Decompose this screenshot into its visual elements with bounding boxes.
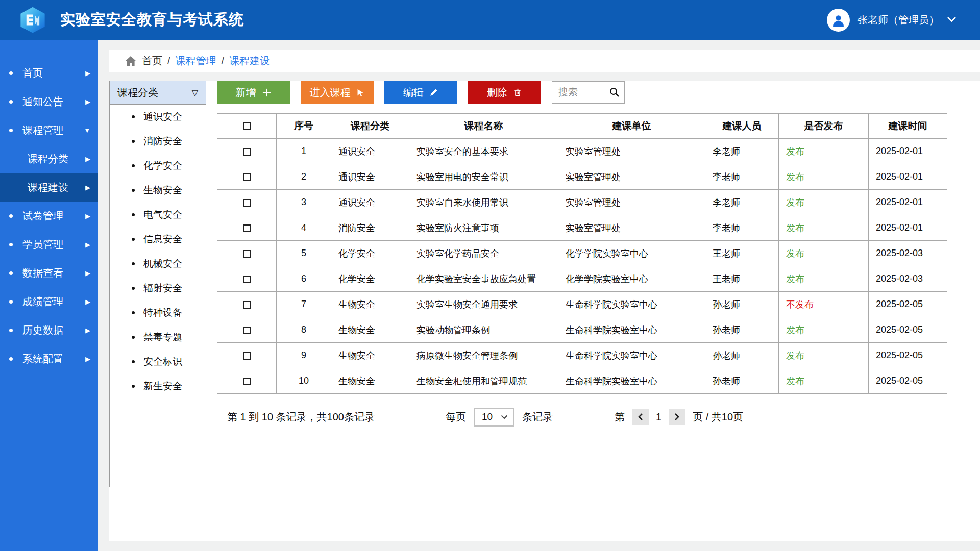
sidebar-item[interactable]: 历史数据▶ <box>0 316 98 344</box>
category-item[interactable]: 消防安全 <box>110 129 206 154</box>
cell-checkbox <box>217 266 277 292</box>
category-item-label: 电气安全 <box>143 208 182 221</box>
cell-unit: 化学学院实验室中心 <box>558 241 705 266</box>
cell-name: 化学实验室安全事故应急处置 <box>409 266 558 292</box>
category-item-label: 通识安全 <box>143 110 182 123</box>
category-item[interactable]: 特种设备 <box>110 300 206 325</box>
chevron-down-icon <box>501 415 508 419</box>
table-row: 3通识安全实验室自来水使用常识实验室管理处李老师发布2025-02-01 <box>217 190 947 215</box>
row-checkbox[interactable] <box>243 327 251 334</box>
sidebar-item[interactable]: 试卷管理▶ <box>0 202 98 230</box>
row-checkbox[interactable] <box>243 173 251 181</box>
category-item[interactable]: 信息安全 <box>110 227 206 252</box>
sidebar-item[interactable]: 学员管理▶ <box>0 230 98 259</box>
cell-category: 生物安全 <box>331 368 409 394</box>
edit-button-label: 编辑 <box>403 86 424 99</box>
column-header-date: 建课时间 <box>869 114 947 139</box>
row-checkbox[interactable] <box>243 224 251 232</box>
cell-unit: 生命科学院实验室中心 <box>558 317 705 343</box>
bullet-icon <box>132 336 135 339</box>
breadcrumb-home[interactable]: 首页 <box>142 54 162 68</box>
cell-checkbox <box>217 241 277 266</box>
sidebar-item-label: 学员管理 <box>22 238 63 252</box>
prev-page-button[interactable] <box>632 409 649 425</box>
cell-date: 2025-02-01 <box>869 139 947 164</box>
home-icon <box>125 56 137 67</box>
cell-checkbox <box>217 215 277 241</box>
row-checkbox[interactable] <box>243 276 251 283</box>
chevron-right-icon: ▶ <box>85 212 90 220</box>
select-all-checkbox[interactable] <box>243 122 251 130</box>
cell-status: 发布 <box>779 139 869 164</box>
category-item[interactable]: 辐射安全 <box>110 276 206 300</box>
cell-seq: 3 <box>277 190 331 215</box>
cell-seq: 7 <box>277 292 331 317</box>
table-row: 10生物安全生物安全柜使用和管理规范生命科学院实验室中心孙老师发布2025-02… <box>217 368 947 394</box>
cell-category: 生物安全 <box>331 292 409 317</box>
category-item[interactable]: 机械安全 <box>110 252 206 276</box>
table-row: 4消防安全实验室防火注意事项实验室管理处李老师发布2025-02-01 <box>217 215 947 241</box>
cell-category: 生物安全 <box>331 317 409 343</box>
category-panel-header[interactable]: 课程分类 ▽ <box>110 81 206 105</box>
edit-button[interactable]: 编辑 <box>384 81 457 104</box>
category-item-label: 消防安全 <box>143 135 182 148</box>
category-item[interactable]: 新生安全 <box>110 374 206 398</box>
search-input[interactable] <box>552 81 625 104</box>
column-header-status: 是否发布 <box>779 114 869 139</box>
category-item[interactable]: 化学安全 <box>110 154 206 178</box>
cell-unit: 化学学院实验室中心 <box>558 266 705 292</box>
avatar <box>827 9 850 32</box>
column-header-unit: 建课单位 <box>558 114 705 139</box>
bullet-icon <box>132 385 135 388</box>
category-item[interactable]: 生物安全 <box>110 178 206 203</box>
cell-seq: 5 <box>277 241 331 266</box>
row-checkbox[interactable] <box>243 199 251 207</box>
bullet-icon <box>9 300 13 304</box>
bullet-icon <box>132 140 135 143</box>
sidebar-item[interactable]: 课程建设▶ <box>0 173 98 202</box>
sidebar: 首页▶通知公告▶课程管理▼课程分类▶课程建设▶试卷管理▶学员管理▶数据查看▶成绩… <box>0 40 98 551</box>
sidebar-item[interactable]: 系统配置▶ <box>0 344 98 373</box>
column-header-seq: 序号 <box>277 114 331 139</box>
enter-course-button[interactable]: 进入课程 <box>301 81 374 104</box>
user-menu[interactable]: 张老师（管理员） <box>827 9 957 32</box>
cell-creator: 李老师 <box>705 139 779 164</box>
bullet-icon <box>132 360 135 363</box>
sidebar-item[interactable]: 课程管理▼ <box>0 116 98 144</box>
category-item[interactable]: 禁毒专题 <box>110 325 206 349</box>
cell-creator: 李老师 <box>705 215 779 241</box>
search-box <box>552 81 625 104</box>
cell-unit: 生命科学院实验室中心 <box>558 368 705 394</box>
chevron-right-icon: ▶ <box>85 327 90 334</box>
sidebar-item[interactable]: 成绩管理▶ <box>0 287 98 316</box>
breadcrumb-level1[interactable]: 课程管理 <box>176 54 216 68</box>
category-item[interactable]: 安全标识 <box>110 349 206 374</box>
sidebar-item[interactable]: 数据查看▶ <box>0 259 98 287</box>
cell-status: 发布 <box>779 190 869 215</box>
page-size-select[interactable]: 10 <box>474 408 514 427</box>
bullet-icon <box>132 164 135 167</box>
toolbar: 新增 进入课程 编辑 删除 <box>217 81 625 104</box>
row-checkbox[interactable] <box>243 301 251 309</box>
row-checkbox[interactable] <box>243 250 251 258</box>
cell-creator: 王老师 <box>705 241 779 266</box>
row-checkbox[interactable] <box>243 378 251 385</box>
cell-seq: 6 <box>277 266 331 292</box>
cell-date: 2025-02-05 <box>869 292 947 317</box>
breadcrumb-separator: / <box>222 55 225 67</box>
breadcrumb-level2[interactable]: 课程建设 <box>229 54 270 68</box>
category-item[interactable]: 电气安全 <box>110 203 206 227</box>
add-button[interactable]: 新增 <box>217 81 290 104</box>
next-page-button[interactable] <box>669 409 685 425</box>
cell-category: 化学安全 <box>331 266 409 292</box>
sidebar-item[interactable]: 首页▶ <box>0 59 98 87</box>
delete-button[interactable]: 删除 <box>468 81 541 104</box>
cell-date: 2025-02-05 <box>869 368 947 394</box>
sidebar-item[interactable]: 课程分类▶ <box>0 144 98 173</box>
cell-status: 发布 <box>779 343 869 368</box>
category-item[interactable]: 通识安全 <box>110 105 206 129</box>
cell-date: 2025-02-03 <box>869 241 947 266</box>
row-checkbox[interactable] <box>243 148 251 156</box>
row-checkbox[interactable] <box>243 352 251 360</box>
sidebar-item[interactable]: 通知公告▶ <box>0 87 98 116</box>
